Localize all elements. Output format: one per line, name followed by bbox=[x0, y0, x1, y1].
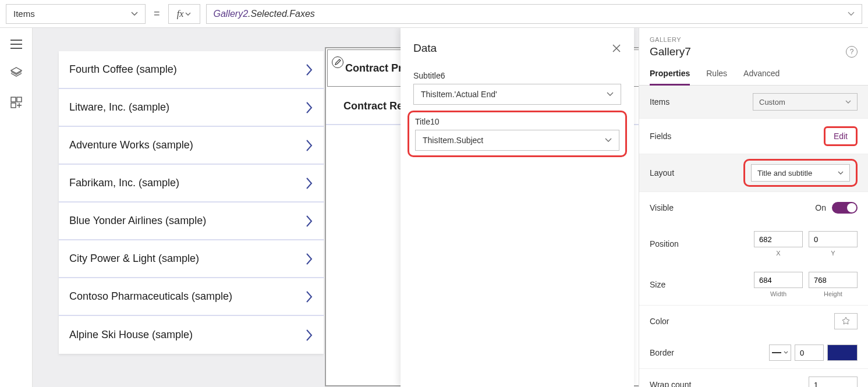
gallery-accounts[interactable]: Fourth Coffee (sample) Litware, Inc. (sa… bbox=[59, 51, 324, 354]
list-item[interactable]: Alpine Ski House (sample) bbox=[59, 316, 324, 354]
fields-row: Fields Edit bbox=[639, 119, 868, 154]
color-label: Color bbox=[650, 317, 669, 326]
chevron-right-icon bbox=[305, 63, 313, 76]
visible-toggle[interactable] bbox=[832, 202, 858, 214]
fx-button[interactable]: fx bbox=[168, 4, 200, 24]
chevron-right-icon bbox=[305, 101, 313, 114]
help-icon[interactable]: ? bbox=[846, 46, 858, 58]
list-item[interactable]: Fabrikam, Inc. (sample) bbox=[59, 165, 324, 203]
layers-icon[interactable] bbox=[10, 66, 23, 79]
border-label: Border bbox=[650, 348, 674, 357]
list-item[interactable]: Blue Yonder Airlines (sample) bbox=[59, 203, 324, 240]
size-w-input[interactable] bbox=[754, 272, 803, 288]
list-item-label: City Power & Light (sample) bbox=[69, 253, 199, 265]
layout-select[interactable]: Title and subtitle bbox=[751, 164, 850, 182]
chevron-right-icon bbox=[305, 139, 313, 152]
layout-value: Title and subtitle bbox=[757, 169, 812, 177]
svg-rect-2 bbox=[11, 103, 16, 108]
formula-input[interactable]: Gallery2.Selected.Faxes bbox=[206, 4, 862, 24]
border-width-input[interactable] bbox=[795, 345, 824, 361]
chevron-down-icon bbox=[131, 12, 138, 16]
wrap-input[interactable] bbox=[809, 377, 858, 387]
left-nav bbox=[0, 28, 33, 387]
size-row: Size Width Height bbox=[639, 264, 868, 306]
equals-symbol: = bbox=[151, 8, 162, 20]
tab-rules[interactable]: Rules bbox=[706, 69, 727, 85]
size-label: Size bbox=[650, 280, 665, 289]
position-label: Position bbox=[650, 239, 679, 248]
gallery-row-title: Contract Pro bbox=[345, 62, 409, 74]
chevron-down-icon bbox=[607, 92, 614, 97]
chevron-right-icon bbox=[305, 290, 313, 303]
visible-label: Visible bbox=[650, 203, 674, 212]
close-icon[interactable] bbox=[612, 44, 621, 53]
sub-x: X bbox=[754, 250, 803, 257]
data-popup: Data Subtitle6 ThisItem.'Actual End' Tit… bbox=[401, 28, 634, 387]
pencil-icon[interactable] bbox=[332, 56, 343, 68]
subtitle6-select[interactable]: ThisItem.'Actual End' bbox=[413, 84, 621, 105]
sub-h: Height bbox=[809, 290, 858, 297]
list-item-label: Litware, Inc. (sample) bbox=[69, 101, 169, 113]
list-item[interactable]: Fourth Coffee (sample) bbox=[59, 51, 324, 89]
subtitle6-label: Subtitle6 bbox=[413, 71, 621, 80]
items-value: Custom bbox=[759, 98, 785, 106]
list-item-label: Blue Yonder Airlines (sample) bbox=[69, 215, 206, 227]
list-item-label: Contoso Pharmaceuticals (sample) bbox=[69, 290, 232, 303]
list-item[interactable]: Litware, Inc. (sample) bbox=[59, 89, 324, 127]
items-label: Items bbox=[650, 97, 669, 106]
chevron-down-icon bbox=[838, 171, 844, 175]
list-item-label: Fourth Coffee (sample) bbox=[69, 63, 177, 76]
color-picker[interactable] bbox=[834, 313, 858, 329]
list-item[interactable]: Contoso Pharmaceuticals (sample) bbox=[59, 278, 324, 316]
property-selector-value: Items bbox=[13, 9, 35, 19]
wrap-label: Wrap count bbox=[650, 380, 691, 387]
control-type-label: GALLERY bbox=[650, 36, 858, 43]
border-row: Border bbox=[639, 337, 868, 369]
chevron-down-icon[interactable] bbox=[848, 12, 855, 16]
panel-tabs: Properties Rules Advanced bbox=[639, 69, 868, 86]
formula-token-rest: .Selected.Faxes bbox=[248, 9, 315, 19]
fx-label: fx bbox=[177, 9, 184, 19]
layout-row: Layout Title and subtitle bbox=[639, 154, 868, 192]
position-row: Position X Y bbox=[639, 223, 868, 264]
fields-label: Fields bbox=[650, 132, 671, 141]
items-select[interactable]: Custom bbox=[753, 93, 858, 111]
layout-label: Layout bbox=[650, 168, 674, 177]
list-item[interactable]: Adventure Works (sample) bbox=[59, 127, 324, 165]
title10-select[interactable]: ThisItem.Subject bbox=[415, 130, 619, 151]
list-item-label: Fabrikam, Inc. (sample) bbox=[69, 177, 179, 189]
visible-text: On bbox=[815, 203, 826, 212]
chevron-right-icon bbox=[305, 177, 313, 190]
chevron-right-icon bbox=[305, 215, 313, 228]
data-popup-title: Data bbox=[413, 42, 437, 55]
fields-edit-button[interactable]: Edit bbox=[824, 126, 858, 146]
svg-rect-1 bbox=[17, 97, 22, 102]
hamburger-icon[interactable] bbox=[10, 40, 22, 49]
canvas[interactable]: Fourth Coffee (sample) Litware, Inc. (sa… bbox=[33, 28, 639, 387]
position-x-input[interactable] bbox=[754, 231, 803, 247]
size-h-input[interactable] bbox=[809, 272, 858, 288]
title10-value: ThisItem.Subject bbox=[423, 136, 483, 145]
control-name[interactable]: Gallery7 bbox=[650, 45, 691, 58]
tab-advanced[interactable]: Advanced bbox=[743, 69, 780, 85]
chevron-down-icon bbox=[605, 138, 612, 143]
tab-properties[interactable]: Properties bbox=[650, 69, 690, 86]
property-selector[interactable]: Items bbox=[6, 4, 146, 24]
formula-bar: Items = fx Gallery2.Selected.Faxes bbox=[0, 0, 868, 28]
items-row: Items Custom bbox=[639, 86, 868, 119]
sub-y: Y bbox=[809, 250, 858, 257]
sub-w: Width bbox=[754, 290, 803, 297]
color-row: Color bbox=[639, 306, 868, 337]
subtitle6-value: ThisItem.'Actual End' bbox=[421, 90, 497, 99]
border-color-picker[interactable] bbox=[827, 345, 858, 361]
list-item[interactable]: City Power & Light (sample) bbox=[59, 240, 324, 278]
chevron-right-icon bbox=[305, 329, 313, 342]
border-style-select[interactable] bbox=[769, 345, 791, 361]
chevron-down-icon bbox=[845, 100, 851, 104]
formula-token-control: Gallery2 bbox=[214, 9, 249, 19]
title10-label: Title10 bbox=[415, 117, 619, 126]
position-y-input[interactable] bbox=[809, 231, 858, 247]
list-item-label: Alpine Ski House (sample) bbox=[69, 329, 193, 341]
svg-rect-0 bbox=[11, 97, 16, 102]
insert-icon[interactable] bbox=[10, 97, 22, 108]
